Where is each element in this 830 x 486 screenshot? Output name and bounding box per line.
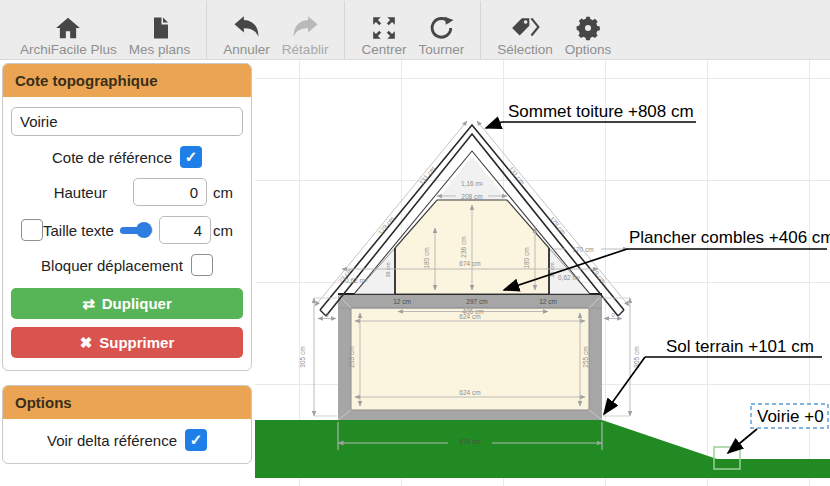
dim-label: 0,62 m² — [345, 277, 368, 284]
dim-label: 36 cm — [385, 262, 391, 277]
annotation-text[interactable]: Sol terrain +101 cm — [666, 337, 814, 356]
slider-thumb[interactable] — [136, 222, 152, 238]
dim-label: 0,62 m² — [558, 274, 581, 281]
dim-label: 255 cm — [348, 346, 355, 367]
taille-texte-input[interactable] — [159, 216, 211, 244]
redo-icon — [290, 9, 320, 41]
toolbar-item-label: Rétablir — [282, 42, 329, 57]
toolbar-item-label: Options — [565, 42, 612, 57]
dim-label: 305 cm — [299, 346, 306, 367]
taille-texte-slider[interactable] — [120, 223, 153, 237]
document-icon — [148, 9, 172, 41]
toolbar-item-label: Tourner — [418, 42, 464, 57]
toolbar-item-retablir[interactable]: Rétablir — [282, 3, 329, 57]
gear-icon — [575, 9, 601, 41]
bloquer-checkbox[interactable] — [191, 254, 213, 276]
toolbar-item-tourner[interactable]: Tourner — [418, 3, 464, 57]
voir-delta-checkbox[interactable]: ✓ — [185, 429, 207, 451]
cote-topographique-panel: Cote topographique Cote de référence ✓ H… — [2, 63, 252, 371]
toolbar-item-centrer[interactable]: Centrer — [361, 3, 406, 57]
dim-label: 674 cm — [459, 438, 480, 445]
toolbar-item-label: Centrer — [361, 42, 406, 57]
bloquer-label: Bloquer déplacement — [41, 257, 183, 274]
dim-label: 0 — [325, 312, 328, 318]
cote-name-input[interactable] — [11, 107, 243, 136]
dim-label: 12 cm — [393, 298, 411, 305]
dupliquer-button-label: Dupliquer — [102, 295, 172, 312]
toolbar-item-label: Annuler — [223, 42, 270, 57]
toolbar-divider — [480, 1, 481, 59]
panel-title: Options — [3, 386, 251, 419]
toolbar-item-annuler[interactable]: Annuler — [223, 3, 270, 57]
main-toolbar: ArchiFacile Plus Mes plans Annuler Rétab… — [0, 0, 830, 60]
hauteur-unit: cm — [213, 184, 233, 201]
dupliquer-button[interactable]: ⇄ Dupliquer — [11, 288, 243, 319]
reference-label: Cote de référence — [52, 149, 172, 166]
reference-checkbox[interactable]: ✓ — [180, 146, 202, 168]
panel-title: Cote topographique — [3, 64, 251, 97]
dim-label: 170 cm — [572, 246, 593, 253]
toolbar-item-label: Mes plans — [129, 42, 191, 57]
toolbar-item-label: Sélection — [497, 42, 553, 57]
dim-label: 180 cm — [423, 247, 430, 268]
dim-label: 0 — [611, 312, 614, 318]
annotation-text[interactable]: Plancher combles +406 cm — [629, 228, 830, 247]
toolbar-item-archifacile[interactable]: ArchiFacile Plus — [20, 3, 117, 57]
toolbar-item-options[interactable]: Options — [565, 3, 612, 57]
taille-texte-label: Taille texte — [43, 222, 114, 239]
dim-label: 1,16 m² — [461, 180, 484, 187]
annotation-text[interactable]: Voirie +0 — [757, 407, 824, 426]
dim-label: 180 cm — [523, 247, 530, 268]
dim-label: 297 cm — [466, 298, 487, 305]
supprimer-button-label: Supprimer — [99, 334, 174, 351]
home-icon — [54, 9, 82, 41]
section-drawing[interactable]: 674 cm — [255, 60, 830, 486]
options-panel: Options Voir delta référence ✓ — [2, 385, 252, 464]
undo-icon — [232, 9, 262, 41]
rotate-icon — [428, 9, 454, 41]
toolbar-divider — [344, 1, 345, 59]
dim-label: 236 cm — [460, 236, 467, 257]
toolbar-divider — [206, 1, 207, 59]
taille-texte-checkbox[interactable] — [21, 219, 43, 241]
dim-label: 624 cm — [459, 313, 480, 320]
dim-label: 12 cm — [539, 298, 557, 305]
toolbar-item-label: ArchiFacile Plus — [20, 42, 117, 57]
toolbar-item-selection[interactable]: Sélection — [497, 3, 553, 57]
left-sidebar: Cote topographique Cote de référence ✓ H… — [0, 60, 255, 486]
delete-x-icon: ✖ — [80, 334, 93, 352]
plan-canvas[interactable]: 674 cm — [255, 60, 830, 486]
annotation-text[interactable]: Sommet toiture +808 cm — [508, 102, 694, 121]
dim-label: 624 cm — [459, 389, 480, 396]
toolbar-item-mes-plans[interactable]: Mes plans — [129, 3, 191, 57]
dim-label: 255 cm — [582, 346, 589, 367]
taille-texte-unit: cm — [213, 222, 233, 239]
voir-delta-label: Voir delta référence — [47, 432, 177, 449]
expand-icon — [371, 9, 397, 41]
annotation-sommet-toiture[interactable]: Sommet toiture +808 cm — [486, 102, 696, 128]
supprimer-button[interactable]: ✖ Supprimer — [11, 327, 243, 358]
dim-label: 208 cm — [461, 193, 482, 200]
hauteur-input[interactable] — [133, 178, 207, 206]
tag-icon — [510, 9, 540, 41]
hauteur-label: Hauteur — [54, 184, 107, 201]
duplicate-icon: ⇄ — [82, 295, 95, 313]
dim-label: 674 cm — [459, 260, 480, 267]
terrain-ground[interactable] — [255, 420, 830, 478]
